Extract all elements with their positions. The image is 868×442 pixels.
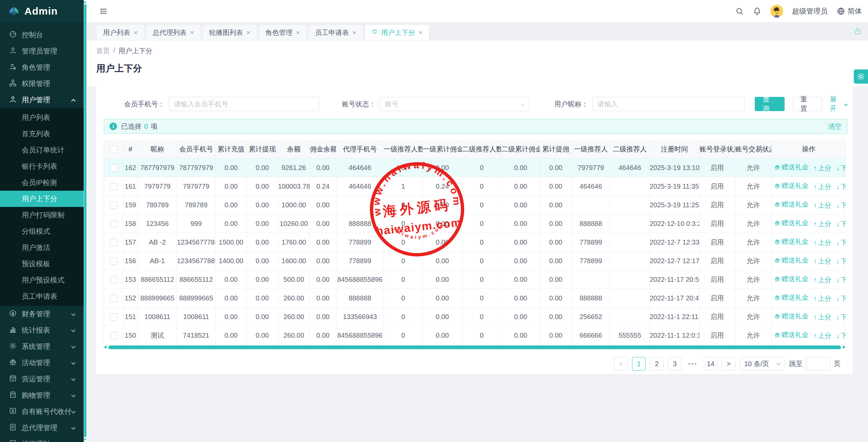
sidebar-subitem[interactable]: 会员IP检测 [0, 174, 84, 191]
row-checkbox[interactable] [110, 276, 117, 283]
sidebar-item-user[interactable]: 用户管理 [0, 92, 84, 108]
points-down-link[interactable]: ↓下分 [836, 257, 846, 266]
sidebar-item-permission[interactable]: 权限管理 [0, 76, 84, 92]
tab-员工申请表[interactable]: 员工申请表× [309, 25, 362, 40]
close-icon[interactable]: × [352, 28, 356, 37]
points-down-link[interactable]: ↓下分 [836, 313, 846, 322]
gift-money-link[interactable]: 赠送礼金 [774, 330, 809, 339]
lock-icon[interactable] [854, 27, 862, 37]
tab-总代理列表[interactable]: 总代理列表× [146, 25, 200, 40]
page-ellipsis[interactable]: ••• [686, 357, 699, 371]
tab-轮播图列表[interactable]: 轮播图列表× [203, 25, 257, 40]
points-up-link[interactable]: ↑上分 [813, 275, 831, 285]
close-icon[interactable]: × [418, 28, 422, 37]
points-up-link[interactable]: ↑上分 [813, 257, 831, 266]
user-name[interactable]: 超级管理员 [792, 6, 828, 16]
next-page-button[interactable]: > [722, 357, 735, 371]
points-down-link[interactable]: ↓下分 [836, 331, 846, 340]
points-up-link[interactable]: ↑上分 [813, 164, 831, 173]
language-switcher[interactable]: 简体 [836, 6, 862, 16]
page-button-2[interactable]: 2 [650, 357, 664, 371]
clear-selection-link[interactable]: 清空 [828, 122, 842, 131]
sidebar-item-dashboard[interactable]: 控制台 [0, 27, 84, 43]
nickname-filter-input[interactable] [592, 97, 745, 111]
points-up-link[interactable]: ↑上分 [813, 313, 831, 322]
points-up-link[interactable]: ↑上分 [813, 201, 831, 210]
sidebar-subitem[interactable]: 预设模板 [0, 256, 84, 272]
sidebar-subitem[interactable]: 银行卡列表 [0, 158, 84, 174]
prev-page-button[interactable]: < [614, 357, 628, 371]
nickname-input[interactable] [597, 100, 740, 108]
tab-角色管理[interactable]: 角色管理× [259, 25, 306, 40]
settings-gear-button[interactable] [854, 69, 868, 84]
sidebar-subitem[interactable]: 会员订单统计 [0, 142, 84, 158]
sidebar-item-shopping[interactable]: 购物管理 [0, 387, 84, 403]
sidebar-item-invest[interactable]: 投资理财 [0, 436, 84, 442]
sidebar-scrollbar[interactable] [84, 0, 87, 442]
sidebar-item-account[interactable]: 自有账号代收付 [0, 403, 84, 420]
hscrollbar-thumb[interactable] [108, 345, 841, 349]
search-button[interactable]: 查 询 [755, 97, 784, 111]
phone-filter-input[interactable] [169, 97, 319, 111]
page-button-1[interactable]: 1 [632, 357, 646, 371]
close-icon[interactable]: × [296, 28, 300, 37]
gift-money-link[interactable]: 赠送礼金 [774, 293, 809, 302]
gift-money-link[interactable]: 赠送礼金 [774, 218, 809, 228]
reset-button[interactable]: 重 置 [793, 97, 822, 111]
search-icon[interactable] [735, 7, 744, 16]
points-down-link[interactable]: ↓下分 [836, 182, 846, 191]
sidebar-subitem[interactable]: 用户打码限制 [0, 207, 84, 223]
row-checkbox[interactable] [110, 332, 117, 339]
sidebar-item-system[interactable]: 系统管理 [0, 338, 84, 355]
points-up-link[interactable]: ↑上分 [813, 331, 831, 340]
points-down-link[interactable]: ↓下分 [836, 238, 846, 247]
gift-money-link[interactable]: 赠送礼金 [774, 274, 809, 283]
sidebar-item-operation[interactable]: 营运管理 [0, 371, 84, 387]
row-checkbox[interactable] [110, 295, 117, 302]
gift-money-link[interactable]: 赠送礼金 [774, 200, 809, 209]
gift-money-link[interactable]: 赠送礼金 [774, 312, 809, 321]
row-checkbox[interactable] [110, 239, 117, 246]
select-all-checkbox[interactable] [110, 146, 117, 153]
points-up-link[interactable]: ↑上分 [813, 219, 831, 229]
sidebar-subitem[interactable]: 用户上下分 [0, 191, 84, 207]
scroll-down-icon[interactable] [84, 439, 86, 441]
bell-icon[interactable] [753, 7, 762, 16]
points-up-link[interactable]: ↑上分 [813, 238, 831, 247]
sidebar-item-report[interactable]: 统计报表 [0, 322, 84, 338]
page-button-14[interactable]: 14 [704, 357, 717, 371]
sidebar-item-agent[interactable]: 总代理管理 [0, 420, 84, 436]
gift-money-link[interactable]: 赠送礼金 [774, 237, 809, 246]
horizontal-scrollbar[interactable] [104, 345, 846, 350]
gift-money-link[interactable]: 赠送礼金 [774, 256, 809, 265]
points-down-link[interactable]: ↓下分 [836, 294, 846, 303]
sidebar-item-activity[interactable]: 活动管理 [0, 355, 84, 371]
sidebar-item-finance[interactable]: 财务管理 [0, 306, 84, 322]
close-icon[interactable]: × [134, 28, 138, 37]
row-checkbox[interactable] [110, 313, 117, 321]
breadcrumb-home[interactable]: 首页 [96, 46, 110, 56]
sidebar-subitem[interactable]: 用户预设模式 [0, 272, 84, 288]
sidebar-subitem[interactable]: 分组模式 [0, 223, 84, 239]
gift-money-link[interactable]: 赠送礼金 [774, 181, 809, 190]
account-status-select[interactable]: 账号 [380, 97, 529, 111]
jump-input[interactable] [806, 357, 830, 371]
sidebar-subitem[interactable]: 用户列表 [0, 109, 84, 126]
points-down-link[interactable]: ↓下分 [836, 164, 846, 173]
points-down-link[interactable]: ↓下分 [836, 275, 846, 285]
points-up-link[interactable]: ↑上分 [813, 182, 831, 191]
close-icon[interactable]: × [246, 28, 251, 37]
sidebar-item-admin[interactable]: 管理员管理 [0, 43, 84, 59]
phone-input[interactable] [174, 100, 314, 108]
scroll-up-icon[interactable] [84, 1, 86, 3]
scroll-left-icon[interactable] [104, 345, 106, 349]
points-down-link[interactable]: ↓下分 [836, 219, 846, 229]
sidebar-subitem[interactable]: 用户激活 [0, 239, 84, 256]
scroll-right-icon[interactable] [843, 345, 846, 349]
sidebar-subitem[interactable]: 首充列表 [0, 126, 84, 142]
row-checkbox[interactable] [110, 220, 117, 228]
refresh-icon[interactable] [371, 28, 378, 37]
page-size-select[interactable]: 10 条/页 [740, 357, 785, 371]
expand-link[interactable]: 展开 [830, 95, 847, 113]
sidebar-item-role[interactable]: 角色管理 [0, 59, 84, 76]
